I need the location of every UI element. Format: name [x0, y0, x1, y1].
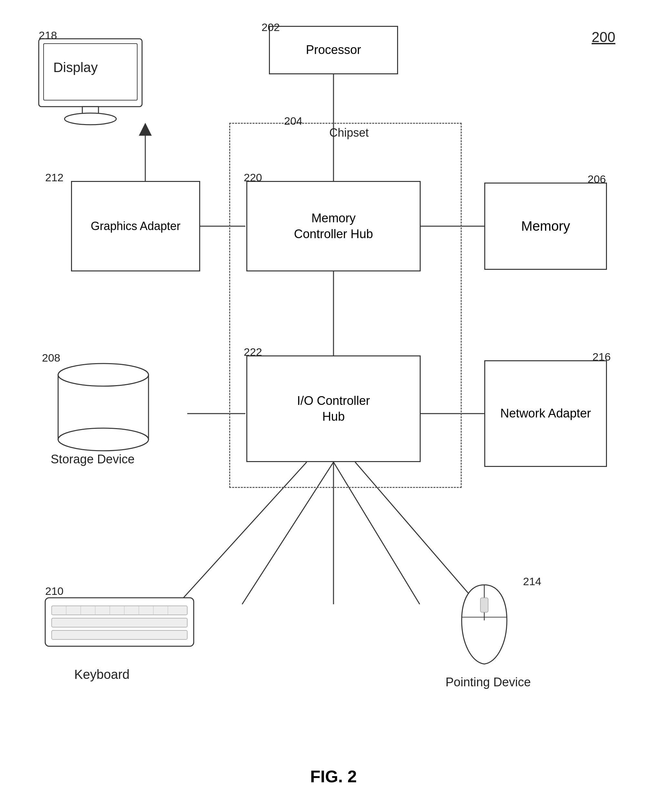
diagram: 200 Processor 202 Chipset 204 MemoryCont… [0, 0, 667, 812]
ga-ref: 212 [45, 171, 64, 184]
network-adapter-box: Network Adapter [484, 360, 607, 467]
figure-caption: FIG. 2 [310, 767, 357, 786]
keyboard-ref: 210 [45, 585, 64, 597]
keyboard-label: Keyboard [74, 667, 129, 682]
storage-shape [48, 355, 158, 456]
display-ref: 218 [39, 29, 57, 42]
keyboard-shape [42, 588, 197, 659]
chipset-label: Chipset [329, 126, 369, 140]
processor-box: Processor [269, 26, 398, 74]
svg-point-16 [65, 113, 116, 125]
svg-rect-21 [51, 606, 187, 615]
io-controller-hub-box: I/O ControllerHub [246, 355, 421, 462]
memory-ref: 206 [587, 173, 606, 185]
memory-controller-hub-box: MemoryController Hub [246, 181, 421, 271]
svg-point-18 [58, 363, 149, 386]
mouse-shape [452, 582, 516, 669]
display-shape [32, 32, 149, 129]
svg-rect-34 [480, 598, 488, 612]
na-ref: 216 [592, 351, 611, 363]
storage-ref: 208 [42, 351, 60, 364]
svg-rect-23 [51, 631, 187, 639]
svg-rect-22 [51, 618, 187, 627]
processor-ref: 202 [262, 21, 280, 33]
display-label: Display [53, 60, 98, 75]
storage-label: Storage Device [51, 453, 134, 466]
diagram-number: 200 [592, 29, 616, 45]
chipset-ref: 204 [284, 115, 302, 127]
pointing-device-label: Pointing Device [446, 675, 531, 689]
pointing-device-ref: 214 [523, 575, 541, 588]
ich-ref: 222 [244, 346, 262, 358]
svg-point-19 [58, 428, 149, 451]
graphics-adapter-box: Graphics Adapter [71, 181, 200, 271]
mch-ref: 220 [244, 171, 262, 184]
memory-box: Memory [484, 183, 607, 270]
